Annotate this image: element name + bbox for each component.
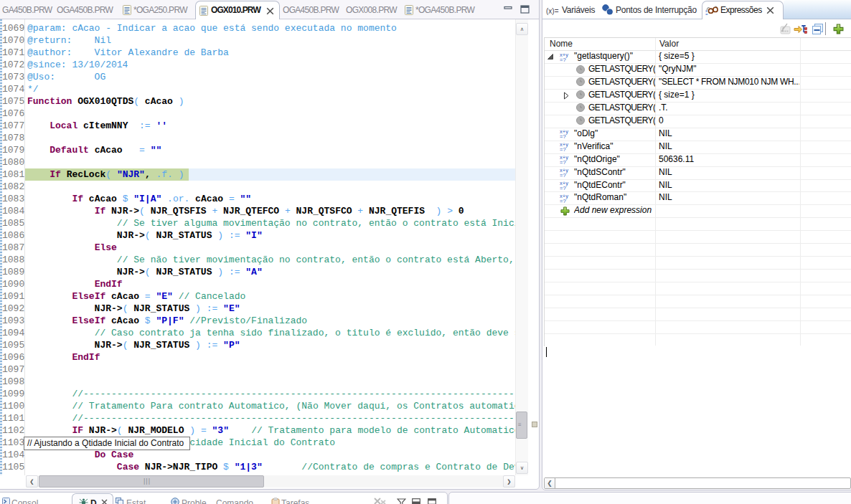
svg-text:=?: =?	[560, 57, 566, 62]
svg-text:=?: =?	[560, 159, 566, 165]
svg-text:=?: =?	[560, 198, 566, 204]
svg-text:=?: =?	[560, 146, 566, 152]
svg-text:=?: =?	[560, 185, 566, 191]
svg-text:=?: =?	[560, 133, 566, 139]
svg-text:(x)=: (x)=	[546, 7, 559, 15]
svg-text:=: =	[705, 12, 708, 16]
svg-text:=?: =?	[560, 172, 566, 178]
